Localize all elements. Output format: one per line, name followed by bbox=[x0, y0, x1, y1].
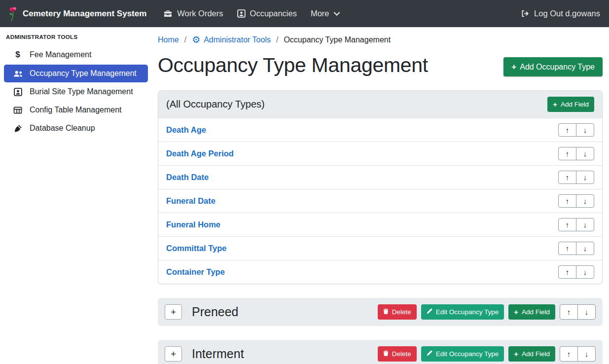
down-arrow-icon: ↓ bbox=[583, 126, 587, 134]
add-occupancy-type-button[interactable]: + Add Occupancy Type bbox=[503, 57, 603, 76]
move-down-button[interactable]: ↓ bbox=[576, 171, 594, 184]
add-field-button[interactable]: + Add Field bbox=[547, 97, 594, 112]
down-arrow-icon: ↓ bbox=[583, 245, 587, 252]
nav-more[interactable]: More bbox=[304, 5, 347, 22]
field-row: Container Type ↑ ↓ bbox=[158, 260, 602, 284]
move-up-button[interactable]: ↑ bbox=[558, 265, 576, 279]
move-up-button[interactable]: ↑ bbox=[560, 304, 578, 320]
title-row: Occupancy Type Management + Add Occupanc… bbox=[158, 53, 603, 77]
field-reorder-group: ↑ ↓ bbox=[558, 218, 594, 231]
breadcrumb-admin-tools-link[interactable]: ⚙ Administrator Tools bbox=[192, 35, 271, 44]
sidebar-item-burial-site-type-management[interactable]: Burial Site Type Management bbox=[4, 83, 148, 101]
trash-icon bbox=[383, 350, 389, 358]
field-link[interactable]: Funeral Home bbox=[166, 220, 220, 229]
move-down-button[interactable]: ↓ bbox=[576, 242, 594, 255]
delete-button[interactable]: Delete bbox=[378, 304, 417, 320]
sidebar-item-label: Database Cleanup bbox=[30, 124, 95, 133]
field-link[interactable]: Committal Type bbox=[166, 244, 227, 253]
nav-occupancies[interactable]: Occupancies bbox=[230, 5, 304, 22]
field-link[interactable]: Container Type bbox=[166, 267, 225, 277]
move-down-button[interactable]: ↓ bbox=[576, 194, 594, 208]
up-arrow-icon: ↑ bbox=[566, 126, 570, 134]
expand-button[interactable]: + bbox=[165, 304, 182, 320]
field-link[interactable]: Death Date bbox=[166, 173, 209, 182]
sidebar-item-label: Config Table Management bbox=[30, 106, 122, 114]
dollar-icon: $ bbox=[12, 50, 24, 60]
move-up-button[interactable]: ↑ bbox=[558, 171, 576, 184]
nav-work-orders[interactable]: Work Orders bbox=[156, 5, 230, 22]
move-down-button[interactable]: ↓ bbox=[576, 123, 594, 137]
move-down-button[interactable]: ↓ bbox=[577, 346, 596, 362]
section-reorder-group: ↑ ↓ bbox=[560, 304, 596, 320]
move-up-button[interactable]: ↑ bbox=[558, 242, 576, 255]
edit-label: Edit Occupancy Type bbox=[436, 309, 499, 316]
move-up-button[interactable]: ↑ bbox=[558, 194, 576, 208]
add-field-button[interactable]: + Add Field bbox=[508, 346, 555, 362]
sidebar-item-config-table-management[interactable]: Config Table Management bbox=[4, 101, 148, 119]
down-arrow-icon: ↓ bbox=[583, 150, 587, 157]
chevron-down-icon bbox=[334, 12, 340, 16]
logout-button[interactable]: Log Out d.gowans bbox=[514, 5, 601, 22]
sidebar-item-label: Occupancy Type Management bbox=[30, 69, 137, 78]
page-title: Occupancy Type Management bbox=[158, 53, 428, 77]
move-up-button[interactable]: ↑ bbox=[558, 218, 576, 231]
field-reorder-group: ↑ ↓ bbox=[558, 265, 594, 279]
up-arrow-icon: ↑ bbox=[566, 221, 570, 228]
pencil-icon bbox=[427, 308, 432, 316]
move-down-button[interactable]: ↓ bbox=[576, 265, 594, 279]
field-reorder-group: ↑ ↓ bbox=[558, 194, 594, 208]
field-link[interactable]: Death Age Period bbox=[166, 149, 234, 158]
down-arrow-icon: ↓ bbox=[583, 268, 587, 276]
field-link[interactable]: Death Age bbox=[166, 125, 206, 135]
occupancies-icon bbox=[237, 9, 246, 18]
plus-icon: + bbox=[171, 307, 176, 317]
trash-icon bbox=[383, 308, 389, 316]
field-row: Death Date ↑ ↓ bbox=[158, 165, 602, 189]
up-arrow-icon: ↑ bbox=[566, 245, 570, 252]
sidebar-item-label: Fee Management bbox=[30, 50, 91, 59]
table-icon bbox=[12, 107, 24, 114]
add-field-label: Add Field bbox=[522, 309, 550, 316]
move-up-button[interactable]: ↑ bbox=[558, 147, 576, 160]
field-link[interactable]: Funeral Date bbox=[166, 196, 215, 206]
delete-button[interactable]: Delete bbox=[378, 346, 417, 362]
nav-more-label: More bbox=[311, 9, 329, 18]
move-down-button[interactable]: ↓ bbox=[577, 304, 596, 320]
sidebar-item-occupancy-type-management[interactable]: Occupancy Type Management bbox=[4, 65, 148, 82]
card-header: (All Occupancy Types) + Add Field bbox=[158, 91, 602, 118]
edit-occupancy-type-button[interactable]: Edit Occupancy Type bbox=[421, 304, 504, 320]
add-field-label: Add Field bbox=[522, 351, 550, 358]
section-actions: Delete Edit Occupancy Type + Add Field ↑ bbox=[378, 346, 596, 362]
sidebar-item-fee-management[interactable]: $ Fee Management bbox=[4, 45, 148, 64]
occupancy-type-section: + Interment Delete Edit Occupa bbox=[158, 340, 603, 364]
down-arrow-icon: ↓ bbox=[583, 174, 587, 181]
sidebar-item-database-cleanup[interactable]: Database Cleanup bbox=[4, 119, 148, 137]
plus-icon: + bbox=[514, 350, 518, 358]
section-reorder-group: ↑ ↓ bbox=[560, 346, 596, 362]
down-arrow-icon: ↓ bbox=[585, 350, 589, 358]
main-content: Home / ⚙ Administrator Tools / Occupancy… bbox=[152, 27, 609, 364]
field-row: Death Age Period ↑ ↓ bbox=[158, 142, 602, 165]
breadcrumb-home-link[interactable]: Home bbox=[158, 36, 179, 44]
edit-occupancy-type-button[interactable]: Edit Occupancy Type bbox=[421, 346, 504, 362]
delete-label: Delete bbox=[392, 351, 411, 358]
move-down-button[interactable]: ↓ bbox=[576, 147, 594, 160]
up-arrow-icon: ↑ bbox=[566, 174, 570, 181]
gear-icon: ⚙ bbox=[192, 35, 200, 44]
up-arrow-icon: ↑ bbox=[567, 308, 571, 316]
edit-label: Edit Occupancy Type bbox=[436, 351, 499, 358]
move-up-button[interactable]: ↑ bbox=[560, 346, 578, 362]
field-row: Committal Type ↑ ↓ bbox=[158, 236, 602, 260]
move-down-button[interactable]: ↓ bbox=[576, 218, 594, 231]
field-reorder-group: ↑ ↓ bbox=[558, 147, 594, 160]
nav-work-orders-label: Work Orders bbox=[177, 9, 223, 18]
field-row: Death Age ↑ ↓ bbox=[158, 118, 602, 142]
down-arrow-icon: ↓ bbox=[583, 197, 587, 205]
add-field-button[interactable]: + Add Field bbox=[508, 304, 555, 320]
section-actions: Delete Edit Occupancy Type + Add Field ↑ bbox=[378, 304, 596, 320]
sections-container: + Preneed Delete Edit Occupanc bbox=[158, 298, 603, 364]
up-arrow-icon: ↑ bbox=[567, 350, 571, 358]
app-brand[interactable]: Cemetery Management System bbox=[8, 6, 146, 21]
expand-button[interactable]: + bbox=[165, 346, 182, 362]
move-up-button[interactable]: ↑ bbox=[558, 123, 576, 137]
